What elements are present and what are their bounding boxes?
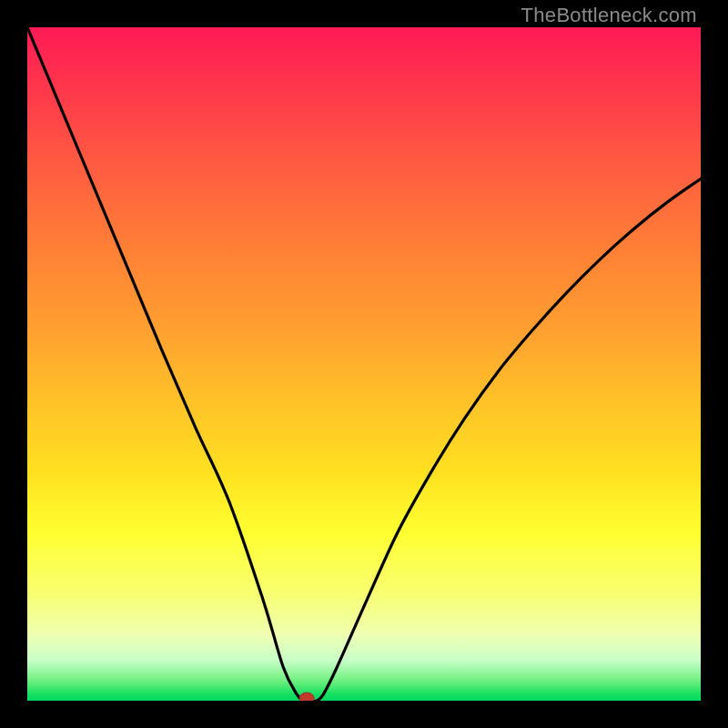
minimum-marker: [299, 693, 314, 701]
watermark-text: TheBottleneck.com: [521, 4, 697, 27]
curve-svg: [27, 27, 701, 701]
plot-area: [27, 27, 701, 701]
bottleneck-curve: [27, 27, 701, 701]
chart-frame: TheBottleneck.com: [0, 0, 728, 728]
